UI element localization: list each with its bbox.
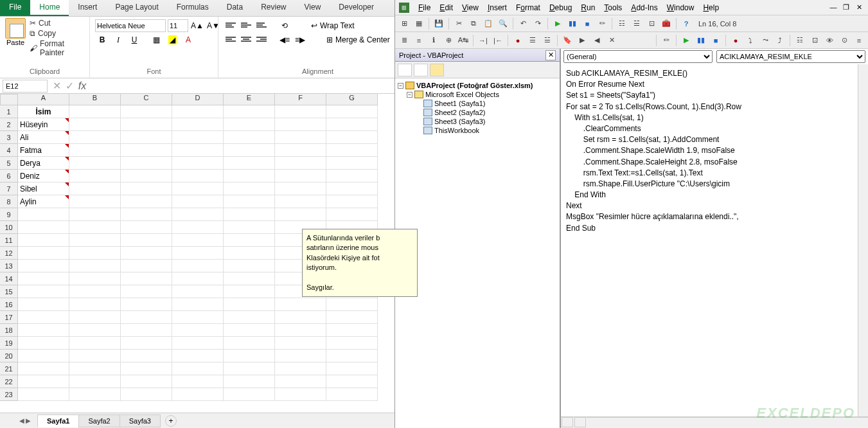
row-header[interactable]: 5 — [0, 157, 18, 170]
tree-folder[interactable]: Microsoft Excel Objects — [425, 91, 499, 98]
row-header[interactable]: 6 — [0, 170, 18, 183]
bold-button[interactable]: B — [95, 33, 109, 46]
row-header[interactable]: 14 — [0, 272, 18, 285]
vbe-menu-debug[interactable]: Debug — [545, 2, 576, 13]
cell[interactable] — [121, 157, 172, 170]
row-header[interactable]: 21 — [0, 362, 18, 375]
immediate-icon[interactable]: ⊡ — [808, 34, 821, 47]
cell[interactable] — [172, 105, 224, 118]
cancel-icon[interactable]: ✕ — [50, 80, 63, 92]
bookmark-prev-icon[interactable]: ◀ — [590, 34, 603, 47]
cell[interactable] — [326, 157, 378, 170]
cell[interactable] — [69, 324, 121, 337]
cell[interactable] — [172, 388, 224, 401]
cell[interactable] — [18, 247, 69, 260]
row-header[interactable]: 10 — [0, 221, 18, 234]
align-middle-button[interactable] — [239, 19, 253, 32]
align-left-button[interactable] — [224, 33, 238, 46]
column-header[interactable]: D — [172, 94, 224, 105]
vbe-menu-insert[interactable]: Insert — [484, 2, 511, 13]
step-out-icon[interactable]: ⤴ — [774, 34, 786, 47]
cell[interactable] — [69, 260, 121, 272]
row-header[interactable]: 22 — [0, 375, 18, 388]
column-header[interactable]: E — [224, 94, 275, 105]
cell[interactable] — [326, 375, 378, 388]
vbe-menu-file[interactable]: File — [414, 2, 434, 13]
cell[interactable] — [172, 350, 224, 362]
cell[interactable] — [69, 118, 121, 131]
view-object-button[interactable] — [414, 64, 428, 76]
vbe-menu-window[interactable]: Window — [663, 2, 698, 13]
tab-file[interactable]: File — [0, 0, 30, 16]
column-header[interactable]: G — [326, 94, 378, 105]
parameter-info-icon[interactable]: ⊕ — [442, 34, 455, 47]
cell[interactable] — [121, 324, 172, 337]
cell[interactable] — [224, 285, 275, 298]
cell[interactable] — [224, 170, 275, 183]
name-box[interactable] — [3, 80, 48, 93]
cell[interactable] — [275, 375, 326, 388]
vbe-menu-addins[interactable]: Add-Ins — [627, 2, 661, 13]
cell[interactable] — [224, 195, 275, 208]
bookmark-clear-icon[interactable]: ✕ — [605, 34, 618, 47]
call-stack-icon[interactable]: ≡ — [853, 34, 865, 47]
cell[interactable]: Hüseyin — [18, 118, 69, 131]
row-header[interactable]: 4 — [0, 144, 18, 157]
cell[interactable] — [172, 144, 224, 157]
select-all-corner[interactable] — [0, 94, 18, 105]
view-excel-icon[interactable]: ⊞ — [398, 17, 411, 30]
toolbox-icon[interactable]: 🧰 — [660, 17, 673, 30]
cell[interactable] — [121, 234, 172, 247]
cell[interactable] — [326, 298, 378, 311]
cell[interactable] — [326, 362, 378, 375]
format-painter-button[interactable]: 🖌Format Painter — [30, 39, 84, 58]
tab-review[interactable]: Review — [252, 0, 295, 16]
cell[interactable] — [18, 337, 69, 350]
fill-color-button[interactable]: ◢ — [165, 33, 179, 46]
cell[interactable] — [224, 183, 275, 195]
cell[interactable] — [326, 195, 378, 208]
cell[interactable] — [172, 247, 224, 260]
complete-word-icon[interactable]: A↹ — [457, 34, 470, 47]
cell[interactable] — [275, 195, 326, 208]
cell[interactable] — [326, 337, 378, 350]
cell[interactable] — [275, 362, 326, 375]
cell[interactable] — [172, 221, 224, 234]
column-header[interactable]: B — [69, 94, 121, 105]
cell[interactable] — [326, 118, 378, 131]
wrap-text-button[interactable]: ↩Wrap Text — [307, 20, 359, 31]
quick-watch-icon[interactable]: ⊙ — [838, 34, 851, 47]
tab-home[interactable]: Home — [30, 0, 69, 16]
decrease-indent-button[interactable]: ◀≡ — [278, 33, 292, 46]
list-properties-icon[interactable]: ≣ — [398, 34, 411, 47]
increase-font-button[interactable]: A▲ — [190, 19, 204, 32]
cell[interactable] — [275, 157, 326, 170]
cell[interactable] — [275, 298, 326, 311]
cell[interactable] — [275, 324, 326, 337]
undo-icon[interactable]: ↶ — [517, 17, 529, 30]
cell[interactable] — [172, 272, 224, 285]
row-header[interactable]: 1 — [0, 105, 18, 118]
tree-sheet2[interactable]: Sheet2 (Sayfa2) — [434, 109, 486, 116]
cell[interactable] — [69, 375, 121, 388]
breakpoint-icon[interactable]: ● — [511, 34, 524, 47]
project-tree[interactable]: −VBAProject (Fotoğraf Göster.xlsm) −Micr… — [395, 78, 560, 428]
cell[interactable] — [69, 195, 121, 208]
tab-page-layout[interactable]: Page Layout — [106, 0, 167, 16]
vbe-restore-button[interactable]: ❐ — [841, 3, 851, 12]
font-name-select[interactable] — [95, 19, 166, 32]
tree-sheet1[interactable]: Sheet1 (Sayfa1) — [434, 100, 486, 107]
cell[interactable] — [172, 324, 224, 337]
column-header[interactable]: C — [121, 94, 172, 105]
cell[interactable] — [326, 208, 378, 221]
italic-button[interactable]: I — [111, 33, 125, 46]
cell[interactable] — [172, 362, 224, 375]
row-header[interactable]: 3 — [0, 131, 18, 144]
increase-indent-button[interactable]: ≡▶ — [293, 33, 307, 46]
cell[interactable] — [224, 118, 275, 131]
enter-icon[interactable]: ✓ — [63, 80, 76, 92]
properties-icon[interactable]: ☱ — [630, 17, 643, 30]
cell[interactable] — [275, 183, 326, 195]
cell[interactable] — [121, 131, 172, 144]
cell[interactable] — [224, 131, 275, 144]
